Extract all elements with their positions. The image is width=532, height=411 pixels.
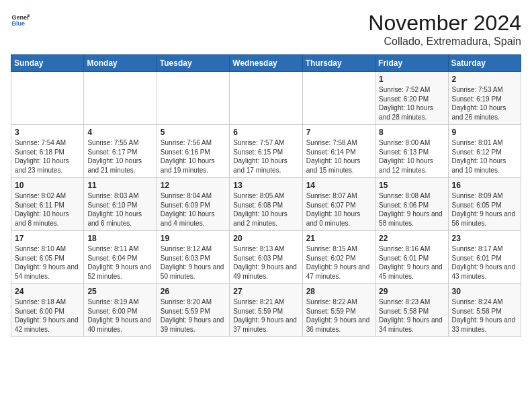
day-detail: Sunrise: 7:58 AMSunset: 6:14 PMDaylight:… xyxy=(306,138,371,175)
day-detail: Sunrise: 7:52 AMSunset: 6:20 PMDaylight:… xyxy=(379,85,444,122)
calendar-day-cell xyxy=(84,72,157,125)
location: Collado, Extremadura, Spain xyxy=(368,36,521,48)
day-detail: Sunrise: 8:24 AMSunset: 5:58 PMDaylight:… xyxy=(452,298,517,334)
calendar-day-cell: 17Sunrise: 8:10 AMSunset: 6:05 PMDayligh… xyxy=(11,231,84,284)
day-detail: Sunrise: 8:18 AMSunset: 6:00 PMDaylight:… xyxy=(15,298,80,334)
day-number: 5 xyxy=(161,128,226,137)
weekday-header-cell: Monday xyxy=(84,55,157,72)
day-detail: Sunrise: 8:16 AMSunset: 6:01 PMDaylight:… xyxy=(379,244,444,281)
day-detail: Sunrise: 8:02 AMSunset: 6:11 PMDaylight:… xyxy=(15,191,80,228)
weekday-header-cell: Saturday xyxy=(448,55,521,72)
weekday-header-cell: Thursday xyxy=(302,55,375,72)
calendar-day-cell xyxy=(11,72,84,125)
svg-text:Blue: Blue xyxy=(11,20,25,27)
day-detail: Sunrise: 8:05 AMSunset: 6:08 PMDaylight:… xyxy=(233,191,298,228)
weekday-header-cell: Friday xyxy=(375,55,448,72)
calendar-day-cell: 27Sunrise: 8:21 AMSunset: 5:59 PMDayligh… xyxy=(230,284,302,337)
day-detail: Sunrise: 8:23 AMSunset: 5:58 PMDaylight:… xyxy=(379,298,444,334)
calendar-day-cell: 22Sunrise: 8:16 AMSunset: 6:01 PMDayligh… xyxy=(375,231,448,284)
day-detail: Sunrise: 7:56 AMSunset: 6:16 PMDaylight:… xyxy=(161,138,226,175)
logo-icon: General Blue xyxy=(11,11,30,30)
day-number: 27 xyxy=(233,287,298,296)
day-number: 21 xyxy=(306,234,371,243)
day-number: 23 xyxy=(452,234,517,243)
day-number: 26 xyxy=(161,287,226,296)
day-detail: Sunrise: 7:54 AMSunset: 6:18 PMDaylight:… xyxy=(15,138,80,175)
calendar-day-cell: 6Sunrise: 7:57 AMSunset: 6:15 PMDaylight… xyxy=(230,125,302,178)
day-detail: Sunrise: 8:20 AMSunset: 5:59 PMDaylight:… xyxy=(161,298,226,334)
calendar-day-cell: 15Sunrise: 8:08 AMSunset: 6:06 PMDayligh… xyxy=(375,178,448,231)
day-number: 29 xyxy=(379,287,444,296)
day-number: 28 xyxy=(306,287,371,296)
calendar-day-cell: 4Sunrise: 7:55 AMSunset: 6:17 PMDaylight… xyxy=(84,125,157,178)
day-detail: Sunrise: 7:53 AMSunset: 6:19 PMDaylight:… xyxy=(452,85,517,122)
weekday-header-cell: Wednesday xyxy=(230,55,302,72)
calendar-day-cell: 5Sunrise: 7:56 AMSunset: 6:16 PMDaylight… xyxy=(157,125,229,178)
calendar-day-cell xyxy=(157,72,229,125)
calendar-day-cell: 8Sunrise: 8:00 AMSunset: 6:13 PMDaylight… xyxy=(375,125,448,178)
weekday-header-row: SundayMondayTuesdayWednesdayThursdayFrid… xyxy=(11,55,521,72)
page-header: General Blue November 2024 Collado, Extr… xyxy=(11,11,521,48)
day-detail: Sunrise: 8:11 AMSunset: 6:04 PMDaylight:… xyxy=(87,244,152,281)
calendar-week-row: 3Sunrise: 7:54 AMSunset: 6:18 PMDaylight… xyxy=(11,125,521,178)
day-detail: Sunrise: 8:15 AMSunset: 6:02 PMDaylight:… xyxy=(306,244,371,281)
logo: General Blue xyxy=(11,11,30,30)
day-number: 6 xyxy=(233,128,298,137)
day-number: 1 xyxy=(379,75,444,84)
calendar-day-cell: 30Sunrise: 8:24 AMSunset: 5:58 PMDayligh… xyxy=(448,284,521,337)
day-number: 9 xyxy=(452,128,517,137)
calendar-day-cell: 2Sunrise: 7:53 AMSunset: 6:19 PMDaylight… xyxy=(448,72,521,125)
day-number: 2 xyxy=(452,75,517,84)
day-detail: Sunrise: 8:01 AMSunset: 6:12 PMDaylight:… xyxy=(452,138,517,175)
day-detail: Sunrise: 8:12 AMSunset: 6:03 PMDaylight:… xyxy=(161,244,226,281)
calendar-day-cell: 29Sunrise: 8:23 AMSunset: 5:58 PMDayligh… xyxy=(375,284,448,337)
calendar-day-cell: 11Sunrise: 8:03 AMSunset: 6:10 PMDayligh… xyxy=(84,178,157,231)
month-title: November 2024 xyxy=(368,11,521,36)
day-number: 15 xyxy=(379,181,444,190)
calendar-body: 1Sunrise: 7:52 AMSunset: 6:20 PMDaylight… xyxy=(11,72,521,337)
calendar-day-cell: 14Sunrise: 8:07 AMSunset: 6:07 PMDayligh… xyxy=(302,178,375,231)
day-number: 3 xyxy=(15,128,80,137)
calendar-day-cell: 21Sunrise: 8:15 AMSunset: 6:02 PMDayligh… xyxy=(302,231,375,284)
day-number: 22 xyxy=(379,234,444,243)
day-number: 17 xyxy=(15,234,80,243)
day-detail: Sunrise: 8:00 AMSunset: 6:13 PMDaylight:… xyxy=(379,138,444,175)
calendar-day-cell: 25Sunrise: 8:19 AMSunset: 6:00 PMDayligh… xyxy=(84,284,157,337)
day-detail: Sunrise: 7:55 AMSunset: 6:17 PMDaylight:… xyxy=(87,138,152,175)
day-number: 10 xyxy=(15,181,80,190)
day-number: 20 xyxy=(233,234,298,243)
calendar-day-cell: 16Sunrise: 8:09 AMSunset: 6:05 PMDayligh… xyxy=(448,178,521,231)
calendar-day-cell: 10Sunrise: 8:02 AMSunset: 6:11 PMDayligh… xyxy=(11,178,84,231)
day-detail: Sunrise: 8:03 AMSunset: 6:10 PMDaylight:… xyxy=(87,191,152,228)
day-detail: Sunrise: 8:13 AMSunset: 6:03 PMDaylight:… xyxy=(233,244,298,281)
calendar-day-cell: 1Sunrise: 7:52 AMSunset: 6:20 PMDaylight… xyxy=(375,72,448,125)
day-detail: Sunrise: 8:17 AMSunset: 6:01 PMDaylight:… xyxy=(452,244,517,281)
day-number: 24 xyxy=(15,287,80,296)
title-block: November 2024 Collado, Extremadura, Spai… xyxy=(368,11,521,48)
svg-text:General: General xyxy=(11,14,30,21)
calendar-day-cell: 26Sunrise: 8:20 AMSunset: 5:59 PMDayligh… xyxy=(157,284,229,337)
weekday-header-cell: Sunday xyxy=(11,55,84,72)
day-detail: Sunrise: 8:04 AMSunset: 6:09 PMDaylight:… xyxy=(161,191,226,228)
day-number: 8 xyxy=(379,128,444,137)
calendar-day-cell: 24Sunrise: 8:18 AMSunset: 6:00 PMDayligh… xyxy=(11,284,84,337)
calendar-day-cell: 7Sunrise: 7:58 AMSunset: 6:14 PMDaylight… xyxy=(302,125,375,178)
calendar-day-cell: 18Sunrise: 8:11 AMSunset: 6:04 PMDayligh… xyxy=(84,231,157,284)
day-number: 4 xyxy=(87,128,152,137)
calendar-day-cell: 23Sunrise: 8:17 AMSunset: 6:01 PMDayligh… xyxy=(448,231,521,284)
calendar-day-cell: 9Sunrise: 8:01 AMSunset: 6:12 PMDaylight… xyxy=(448,125,521,178)
calendar: SundayMondayTuesdayWednesdayThursdayFrid… xyxy=(11,54,521,337)
day-detail: Sunrise: 8:08 AMSunset: 6:06 PMDaylight:… xyxy=(379,191,444,228)
day-number: 7 xyxy=(306,128,371,137)
day-detail: Sunrise: 8:07 AMSunset: 6:07 PMDaylight:… xyxy=(306,191,371,228)
day-number: 16 xyxy=(452,181,517,190)
day-number: 30 xyxy=(452,287,517,296)
day-detail: Sunrise: 8:21 AMSunset: 5:59 PMDaylight:… xyxy=(233,298,298,334)
calendar-week-row: 17Sunrise: 8:10 AMSunset: 6:05 PMDayligh… xyxy=(11,231,521,284)
calendar-day-cell xyxy=(302,72,375,125)
day-detail: Sunrise: 7:57 AMSunset: 6:15 PMDaylight:… xyxy=(233,138,298,175)
day-number: 19 xyxy=(161,234,226,243)
calendar-week-row: 24Sunrise: 8:18 AMSunset: 6:00 PMDayligh… xyxy=(11,284,521,337)
calendar-day-cell: 19Sunrise: 8:12 AMSunset: 6:03 PMDayligh… xyxy=(157,231,229,284)
calendar-day-cell: 13Sunrise: 8:05 AMSunset: 6:08 PMDayligh… xyxy=(230,178,302,231)
